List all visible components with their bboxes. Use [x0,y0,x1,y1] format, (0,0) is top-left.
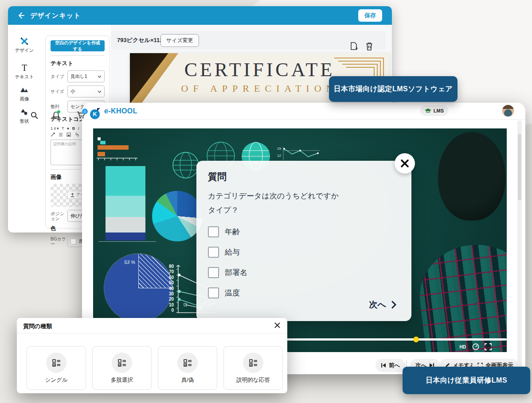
avatar[interactable] [502,105,514,116]
cart-icon[interactable]: 1 [77,111,86,119]
video-sparkline: 15 12 [277,145,321,162]
sidebar-item-design[interactable]: デザイン [10,36,39,54]
select-value: 見出し1 [70,74,87,80]
type-select[interactable]: 見出し1 [67,70,105,82]
resize-arrow-icon[interactable] [51,132,55,137]
ekhool-logo-icon[interactable]: K [90,109,100,119]
type-card-descriptive[interactable]: 説明的な応答 [223,346,283,390]
lms-header: K e-KHOOL LMS 1 [82,103,525,120]
quiz-option-row[interactable]: 温度 [208,287,240,298]
back-icon[interactable] [17,12,25,19]
font-size-value[interactable]: 14 [51,126,57,131]
quiz-question-line2: タイプ？ [208,205,239,215]
ekhool-logo-text[interactable]: e-KHOOL [104,107,137,115]
hd-badge[interactable]: HD [460,345,466,349]
type-card-single[interactable]: シングル [27,346,86,390]
question-types-title: 質問の種類 [23,322,52,330]
quiz-option-label: 温度 [225,288,240,298]
quiz-option-label: 部署名 [225,267,247,278]
design-tools-icon [10,36,39,46]
notifications-bell-icon[interactable] [52,111,60,119]
upload-icon [70,193,74,197]
scrollbar-thumb[interactable] [518,134,521,200]
prev-label: 前へ [389,362,400,369]
type-card-label: 説明的な応答 [224,376,282,384]
quiz-close-button[interactable] [395,153,415,174]
checklist-icon [177,353,198,373]
line-chart-y-axis: 8070 6050 4030 2010 0 [160,264,174,314]
resize-button[interactable]: サイズ変更 [160,34,199,47]
quiz-option-label: 給与 [225,247,240,257]
badge-certified-lms: 日本市場向け認定LMSソフトウェア [329,76,458,102]
quiz-question-line1: カテゴリデータは次のうちどれですか [208,191,339,201]
certificate-corner-decor-left [130,53,192,111]
quiz-option-row[interactable]: 給与 [208,247,240,258]
video-progress-handle[interactable] [413,337,419,342]
quiz-next-label: 次へ [369,299,386,310]
column-axis [98,241,156,242]
chevron-down-icon [98,90,102,93]
select-value: 小 [70,89,75,95]
field-label: 整列 [51,104,67,109]
divider [51,55,105,56]
quiz-option-row[interactable]: 部署名 [208,267,247,278]
field-label: BGカラー [51,236,67,246]
create-blank-design-button[interactable]: 空白のデザインを作成する [51,40,105,51]
fullscreen-icon[interactable] [485,343,492,350]
quiz-modal: 質問 カテゴリデータは次のうちどれですか タイプ？ 年齢 給与 部署名 温度 次… [196,161,411,321]
lms-mode-pill[interactable]: LMS [420,105,448,116]
playback-speed-icon[interactable] [472,343,479,350]
field-row-size: サイズ 小 [51,85,105,97]
checklist-icon [112,353,132,373]
close-icon[interactable] [274,322,280,328]
close-icon [400,159,409,168]
color-dot-button[interactable]: ● [67,126,70,131]
quiz-option-label: 年齢 [225,227,240,237]
prev-button[interactable]: 前へ [376,359,405,372]
chevron-right-icon [391,301,396,309]
bold-button[interactable]: B [72,126,76,131]
sidebar-item-image[interactable]: 画像 [10,85,39,102]
globe-wireframe-icon [172,151,200,179]
save-button[interactable]: 保存 [358,9,382,22]
checkbox-icon[interactable] [208,287,219,298]
type-card-truefalse[interactable]: 真/偽 [158,346,217,390]
text-icon: T [10,63,39,73]
sidebar-item-label: 画像 [20,96,29,101]
insert-image-icon[interactable] [66,132,71,137]
checkbox-icon[interactable] [208,267,219,278]
italic-button[interactable]: I [78,126,80,131]
trash-icon[interactable] [365,42,373,51]
presenter-head [438,132,505,221]
cart-count-badge: 1 [82,108,88,114]
checklist-icon [243,353,263,373]
sidebar-item-label: テキスト [15,74,34,79]
design-kit-title: デザインキット [30,12,81,20]
divider [17,333,287,333]
sidebar-item-text[interactable]: T テキスト [10,63,39,80]
image-icon [10,85,39,95]
quiz-option-row[interactable]: 年齢 [208,226,240,237]
scrollbar[interactable] [517,120,522,372]
video-stacked-column [106,166,145,240]
type-card-multiple[interactable]: 多肢選択 [92,346,152,390]
question-types-modal: 質問の種類 シングル 多肢選択 真/偽 説明的な応答 [17,318,287,393]
search-icon[interactable] [31,112,38,119]
sidebar-item-label: デザイン [15,47,34,53]
size-select[interactable]: 小 [67,85,105,97]
quiz-next-button[interactable]: 次へ [369,299,396,310]
add-page-icon[interactable] [349,42,358,51]
sidebar-item-label: 形状 [20,118,29,124]
sketch-pie-label: 53 % [124,260,135,265]
checkbox-icon[interactable] [208,247,219,258]
field-row-type: タイプ 見出し1 [51,70,105,82]
list-icon[interactable] [59,132,63,137]
checkbox-icon[interactable] [208,226,219,237]
design-kit-header: デザインキット 保存 [8,6,392,25]
link-icon[interactable] [74,132,80,137]
chevron-down-icon [98,75,102,78]
type-card-label: 多肢選択 [93,376,151,384]
text-style-button[interactable]: T [62,126,65,131]
screenshot-root: デザインキット 保存 デザイン T テキスト [0,0,532,403]
badge-employee-training-lms: 日本向け従業員研修LMS [403,367,530,394]
